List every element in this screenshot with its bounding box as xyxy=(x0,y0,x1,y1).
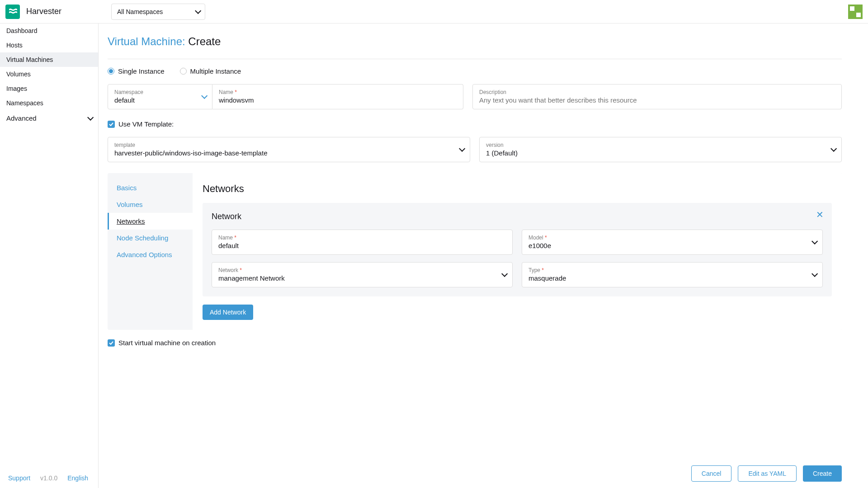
instance-mode-row: Single Instance Multiple Instance xyxy=(108,67,842,75)
chevron-down-icon xyxy=(87,114,94,120)
app-brand: Harvester xyxy=(26,7,61,16)
chevron-down-icon xyxy=(811,239,816,246)
chevron-down-icon xyxy=(811,271,816,278)
footer-actions: Cancel Edit as YAML Create xyxy=(691,459,842,488)
chevron-down-icon xyxy=(459,146,463,153)
chevron-down-icon xyxy=(201,93,206,100)
radio-dot-icon xyxy=(108,68,114,75)
divider xyxy=(108,59,842,59)
sidebar-item-dashboard[interactable]: Dashboard xyxy=(0,23,98,38)
chevron-down-icon xyxy=(830,146,835,153)
create-button[interactable]: Create xyxy=(803,465,842,482)
radio-multiple-instance[interactable]: Multiple Instance xyxy=(180,67,241,75)
sidebar-item-images[interactable]: Images xyxy=(0,81,98,96)
page-title-prefix: Virtual Machine: xyxy=(108,35,185,47)
tab-node-scheduling[interactable]: Node Scheduling xyxy=(108,230,193,246)
main-content: Virtual Machine: Create Single Instance … xyxy=(99,23,868,488)
add-network-button[interactable]: Add Network xyxy=(203,305,253,320)
close-icon[interactable]: ✕ xyxy=(816,209,824,220)
tab-volumes[interactable]: Volumes xyxy=(108,196,193,213)
tab-advanced-options[interactable]: Advanced Options xyxy=(108,246,193,263)
network-name-input[interactable] xyxy=(218,242,506,249)
sidebar-item-virtual-machines[interactable]: Virtual Machines xyxy=(0,52,98,67)
radio-dot-icon xyxy=(180,68,187,75)
sidebar-item-hosts[interactable]: Hosts xyxy=(0,38,98,52)
config-tabs: Basics Volumes Networks Node Scheduling … xyxy=(108,173,842,330)
description-input[interactable] xyxy=(479,96,835,104)
namespace-selector[interactable]: All Namespaces xyxy=(111,4,205,20)
network-model-field[interactable]: Model * e1000e xyxy=(522,230,823,255)
tab-networks[interactable]: Networks xyxy=(108,213,193,230)
app-header: Harvester All Namespaces xyxy=(0,0,868,23)
cancel-button[interactable]: Cancel xyxy=(691,465,732,482)
sidebar-item-namespaces[interactable]: Namespaces xyxy=(0,96,98,110)
app-logo[interactable] xyxy=(5,5,20,19)
use-template-checkbox[interactable]: Use VM Template: xyxy=(108,120,842,128)
sidebar-footer: Support v1.0.0 English xyxy=(0,468,98,488)
name-field[interactable]: Name * xyxy=(212,84,463,109)
tab-basics[interactable]: Basics xyxy=(108,179,193,196)
chevron-down-icon xyxy=(195,7,201,14)
template-field[interactable]: template harvester-public/windows-iso-im… xyxy=(108,137,470,162)
page-title: Virtual Machine: Create xyxy=(108,35,842,48)
user-avatar[interactable] xyxy=(848,5,863,19)
networks-section-title: Networks xyxy=(203,183,832,195)
description-field[interactable]: Description xyxy=(472,84,842,109)
network-network-field[interactable]: Network * management Network xyxy=(212,262,513,287)
support-link[interactable]: Support xyxy=(8,474,30,482)
radio-single-instance[interactable]: Single Instance xyxy=(108,67,165,75)
name-input[interactable] xyxy=(219,96,457,104)
network-card-title: Network xyxy=(212,212,823,221)
chevron-down-icon xyxy=(501,271,506,278)
network-name-field[interactable]: Name * xyxy=(212,230,513,255)
network-card: Network ✕ Name * Model * e1000e xyxy=(203,203,832,296)
language-link[interactable]: English xyxy=(67,474,88,482)
namespace-field[interactable]: Namespace default xyxy=(108,84,212,109)
checkbox-checked-icon xyxy=(108,339,115,347)
sidebar: Dashboard Hosts Virtual Machines Volumes… xyxy=(0,23,99,488)
checkbox-checked-icon xyxy=(108,121,115,128)
version-field[interactable]: version 1 (Default) xyxy=(479,137,842,162)
edit-yaml-button[interactable]: Edit as YAML xyxy=(738,465,797,482)
version-label: v1.0.0 xyxy=(40,474,57,482)
start-on-creation-checkbox[interactable]: Start virtual machine on creation xyxy=(108,339,842,347)
sidebar-item-advanced[interactable]: Advanced xyxy=(0,110,98,126)
page-title-action: Create xyxy=(188,35,221,47)
sidebar-item-volumes[interactable]: Volumes xyxy=(0,67,98,81)
network-type-field[interactable]: Type * masquerade xyxy=(522,262,823,287)
namespace-selector-label: All Namespaces xyxy=(117,8,163,15)
